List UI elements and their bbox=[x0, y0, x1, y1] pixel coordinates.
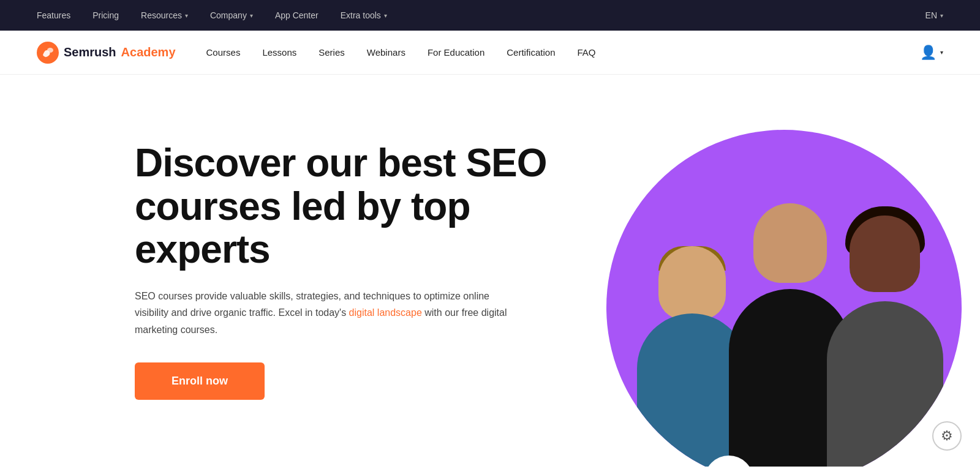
hero-content: Discover our best SEO courses led by top… bbox=[135, 141, 576, 400]
main-nav-links: Courses Lessons Series Webinars For Educ… bbox=[206, 47, 596, 58]
instructor-2-head bbox=[753, 203, 827, 283]
top-nav-features[interactable]: Features bbox=[37, 10, 70, 20]
nav-webinars[interactable]: Webinars bbox=[367, 47, 405, 58]
nav-series[interactable]: Series bbox=[318, 47, 345, 58]
hero-image-area bbox=[588, 124, 980, 467]
nav-faq[interactable]: FAQ bbox=[577, 47, 595, 58]
instructor-3-head bbox=[850, 216, 920, 292]
user-account-icon: 👤 bbox=[920, 45, 937, 61]
nav-for-education[interactable]: For Education bbox=[428, 47, 484, 58]
hero-title: Discover our best SEO courses led by top… bbox=[135, 141, 576, 271]
settings-button[interactable]: ⚙ bbox=[932, 421, 962, 451]
resources-chevron-icon: ▾ bbox=[185, 12, 188, 19]
lang-chevron-icon: ▾ bbox=[940, 12, 943, 19]
hero-description-link[interactable]: digital landscape bbox=[349, 307, 422, 318]
instructors-image bbox=[606, 130, 962, 467]
top-nav-links: Features Pricing Resources ▾ Company ▾ A… bbox=[37, 10, 387, 20]
main-navigation: Semrush Academy Courses Lessons Series W… bbox=[0, 31, 980, 75]
enroll-now-button[interactable]: Enroll now bbox=[135, 362, 265, 400]
top-nav-company[interactable]: Company ▾ bbox=[210, 10, 253, 20]
nav-courses[interactable]: Courses bbox=[206, 47, 241, 58]
settings-icon: ⚙ bbox=[941, 428, 953, 444]
top-nav-app-center[interactable]: App Center bbox=[275, 10, 318, 20]
user-account-button[interactable]: 👤 ▾ bbox=[920, 45, 943, 61]
language-selector[interactable]: EN ▾ bbox=[925, 10, 943, 20]
nav-center-group: Semrush Academy Courses Lessons Series W… bbox=[37, 42, 920, 64]
instructor-1-head bbox=[658, 246, 726, 320]
semrush-logo-icon bbox=[37, 42, 59, 64]
hero-circle-bg bbox=[606, 130, 962, 467]
user-chevron-icon: ▾ bbox=[940, 49, 943, 56]
top-nav-extra-tools[interactable]: Extra tools ▾ bbox=[341, 10, 387, 20]
top-nav-resources[interactable]: Resources ▾ bbox=[141, 10, 188, 20]
nav-lessons[interactable]: Lessons bbox=[262, 47, 296, 58]
logo-text-academy: Academy bbox=[121, 45, 176, 59]
hero-description: SEO courses provide valuable skills, str… bbox=[135, 288, 514, 338]
instructor-3 bbox=[821, 203, 949, 467]
logo-text-semrush: Semrush bbox=[64, 45, 116, 59]
company-chevron-icon: ▾ bbox=[250, 12, 253, 19]
hero-section: Discover our best SEO courses led by top… bbox=[0, 75, 980, 467]
extra-tools-chevron-icon: ▾ bbox=[384, 12, 387, 19]
top-navigation-bar: Features Pricing Resources ▾ Company ▾ A… bbox=[0, 0, 980, 31]
instructor-3-body bbox=[827, 301, 943, 467]
top-nav-pricing[interactable]: Pricing bbox=[92, 10, 119, 20]
logo-link[interactable]: Semrush Academy bbox=[37, 42, 176, 64]
nav-certification[interactable]: Certification bbox=[507, 47, 555, 58]
svg-point-1 bbox=[47, 48, 53, 53]
